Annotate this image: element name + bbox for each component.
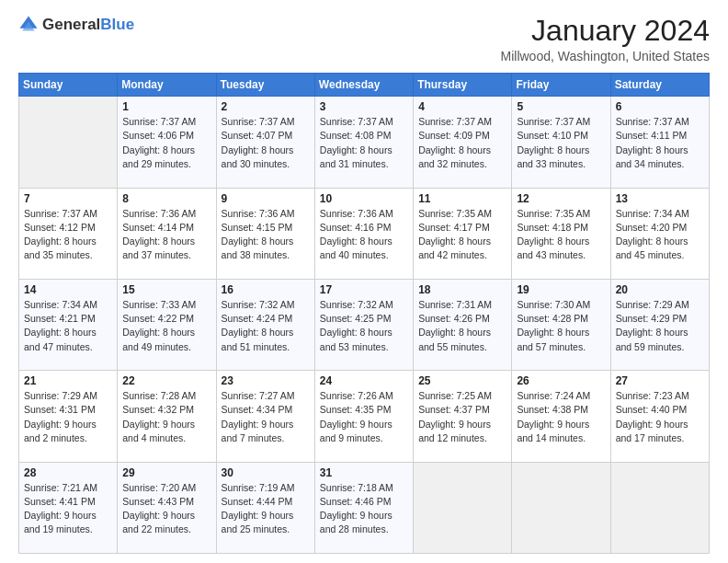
day-number: 8 <box>122 192 210 205</box>
day-number: 27 <box>616 374 704 387</box>
title-section: January 2024 Millwood, Washington, Unite… <box>501 15 710 63</box>
calendar-cell <box>414 462 512 553</box>
day-info: Sunrise: 7:23 AM Sunset: 4:40 PM Dayligh… <box>616 389 704 445</box>
day-info: Sunrise: 7:28 AM Sunset: 4:32 PM Dayligh… <box>122 389 210 445</box>
calendar-cell: 14Sunrise: 7:34 AM Sunset: 4:21 PM Dayli… <box>19 279 118 370</box>
calendar-cell: 6Sunrise: 7:37 AM Sunset: 4:11 PM Daylig… <box>610 97 709 188</box>
day-number: 16 <box>222 283 310 296</box>
calendar-cell: 27Sunrise: 7:23 AM Sunset: 4:40 PM Dayli… <box>610 371 709 462</box>
calendar-cell: 22Sunrise: 7:28 AM Sunset: 4:32 PM Dayli… <box>118 371 216 462</box>
day-number: 29 <box>122 466 210 479</box>
calendar-week-row: 7Sunrise: 7:37 AM Sunset: 4:12 PM Daylig… <box>19 188 710 279</box>
header: GeneralBlue January 2024 Millwood, Washi… <box>18 15 710 63</box>
calendar-cell: 21Sunrise: 7:29 AM Sunset: 4:31 PM Dayli… <box>19 371 118 462</box>
day-info: Sunrise: 7:37 AM Sunset: 4:08 PM Dayligh… <box>320 115 408 171</box>
calendar-cell: 29Sunrise: 7:20 AM Sunset: 4:43 PM Dayli… <box>118 462 216 553</box>
calendar-week-row: 1Sunrise: 7:37 AM Sunset: 4:06 PM Daylig… <box>19 97 710 188</box>
logo: GeneralBlue <box>18 15 134 35</box>
calendar-cell: 2Sunrise: 7:37 AM Sunset: 4:07 PM Daylig… <box>216 97 314 188</box>
calendar-table: SundayMondayTuesdayWednesdayThursdayFrid… <box>18 73 710 554</box>
day-number: 28 <box>24 466 112 479</box>
day-info: Sunrise: 7:37 AM Sunset: 4:09 PM Dayligh… <box>418 115 506 171</box>
calendar-header: SundayMondayTuesdayWednesdayThursdayFrid… <box>19 74 710 97</box>
day-number: 21 <box>24 374 112 387</box>
day-number: 11 <box>418 192 506 205</box>
calendar-week-row: 21Sunrise: 7:29 AM Sunset: 4:31 PM Dayli… <box>19 371 710 462</box>
calendar-week-row: 28Sunrise: 7:21 AM Sunset: 4:41 PM Dayli… <box>19 462 710 553</box>
day-info: Sunrise: 7:37 AM Sunset: 4:07 PM Dayligh… <box>222 115 310 171</box>
day-number: 17 <box>320 283 408 296</box>
day-number: 13 <box>616 192 704 205</box>
day-info: Sunrise: 7:32 AM Sunset: 4:24 PM Dayligh… <box>222 298 310 354</box>
day-info: Sunrise: 7:36 AM Sunset: 4:14 PM Dayligh… <box>122 207 210 263</box>
day-info: Sunrise: 7:25 AM Sunset: 4:37 PM Dayligh… <box>418 389 506 445</box>
day-number: 7 <box>24 192 112 205</box>
day-number: 9 <box>222 192 310 205</box>
day-info: Sunrise: 7:37 AM Sunset: 4:06 PM Dayligh… <box>122 115 210 171</box>
location-subtitle: Millwood, Washington, United States <box>501 49 710 63</box>
day-info: Sunrise: 7:37 AM Sunset: 4:11 PM Dayligh… <box>616 115 704 171</box>
logo-icon <box>18 15 39 35</box>
weekday-header-thursday: Thursday <box>414 74 512 97</box>
day-number: 12 <box>517 192 605 205</box>
calendar-cell: 16Sunrise: 7:32 AM Sunset: 4:24 PM Dayli… <box>216 279 314 370</box>
day-number: 23 <box>222 374 310 387</box>
day-info: Sunrise: 7:34 AM Sunset: 4:21 PM Dayligh… <box>24 298 112 354</box>
day-number: 4 <box>418 100 506 113</box>
calendar-cell: 7Sunrise: 7:37 AM Sunset: 4:12 PM Daylig… <box>19 188 118 279</box>
calendar-cell: 26Sunrise: 7:24 AM Sunset: 4:38 PM Dayli… <box>512 371 610 462</box>
day-info: Sunrise: 7:26 AM Sunset: 4:35 PM Dayligh… <box>320 389 408 445</box>
calendar-cell <box>19 97 118 188</box>
logo-text: GeneralBlue <box>42 17 134 34</box>
weekday-header-tuesday: Tuesday <box>216 74 314 97</box>
day-number: 22 <box>122 374 210 387</box>
day-number: 30 <box>222 466 310 479</box>
day-info: Sunrise: 7:29 AM Sunset: 4:29 PM Dayligh… <box>616 298 704 354</box>
weekday-header-monday: Monday <box>118 74 216 97</box>
day-info: Sunrise: 7:32 AM Sunset: 4:25 PM Dayligh… <box>320 298 408 354</box>
calendar-cell: 8Sunrise: 7:36 AM Sunset: 4:14 PM Daylig… <box>118 188 216 279</box>
day-info: Sunrise: 7:35 AM Sunset: 4:18 PM Dayligh… <box>517 207 605 263</box>
day-number: 15 <box>122 283 210 296</box>
day-info: Sunrise: 7:18 AM Sunset: 4:46 PM Dayligh… <box>320 481 408 537</box>
day-info: Sunrise: 7:19 AM Sunset: 4:44 PM Dayligh… <box>222 481 310 537</box>
calendar-cell: 23Sunrise: 7:27 AM Sunset: 4:34 PM Dayli… <box>216 371 314 462</box>
calendar-week-row: 14Sunrise: 7:34 AM Sunset: 4:21 PM Dayli… <box>19 279 710 370</box>
day-info: Sunrise: 7:29 AM Sunset: 4:31 PM Dayligh… <box>24 389 112 445</box>
day-number: 6 <box>616 100 704 113</box>
month-title: January 2024 <box>501 15 710 47</box>
calendar-cell: 30Sunrise: 7:19 AM Sunset: 4:44 PM Dayli… <box>216 462 314 553</box>
day-number: 31 <box>320 466 408 479</box>
weekday-header-saturday: Saturday <box>610 74 709 97</box>
day-number: 19 <box>517 283 605 296</box>
day-number: 14 <box>24 283 112 296</box>
calendar-cell: 25Sunrise: 7:25 AM Sunset: 4:37 PM Dayli… <box>414 371 512 462</box>
day-info: Sunrise: 7:37 AM Sunset: 4:10 PM Dayligh… <box>517 115 605 171</box>
day-info: Sunrise: 7:35 AM Sunset: 4:17 PM Dayligh… <box>418 207 506 263</box>
calendar-cell: 9Sunrise: 7:36 AM Sunset: 4:15 PM Daylig… <box>216 188 314 279</box>
calendar-cell: 24Sunrise: 7:26 AM Sunset: 4:35 PM Dayli… <box>314 371 413 462</box>
calendar-cell: 1Sunrise: 7:37 AM Sunset: 4:06 PM Daylig… <box>118 97 216 188</box>
calendar-cell: 15Sunrise: 7:33 AM Sunset: 4:22 PM Dayli… <box>118 279 216 370</box>
day-info: Sunrise: 7:33 AM Sunset: 4:22 PM Dayligh… <box>122 298 210 354</box>
calendar-cell <box>512 462 610 553</box>
day-info: Sunrise: 7:34 AM Sunset: 4:20 PM Dayligh… <box>616 207 704 263</box>
day-info: Sunrise: 7:27 AM Sunset: 4:34 PM Dayligh… <box>222 389 310 445</box>
logo-blue: Blue <box>100 16 134 33</box>
calendar-cell: 11Sunrise: 7:35 AM Sunset: 4:17 PM Dayli… <box>414 188 512 279</box>
calendar-cell: 10Sunrise: 7:36 AM Sunset: 4:16 PM Dayli… <box>314 188 413 279</box>
day-info: Sunrise: 7:31 AM Sunset: 4:26 PM Dayligh… <box>418 298 506 354</box>
calendar-cell: 12Sunrise: 7:35 AM Sunset: 4:18 PM Dayli… <box>512 188 610 279</box>
logo-general: General <box>42 16 100 33</box>
calendar-cell: 19Sunrise: 7:30 AM Sunset: 4:28 PM Dayli… <box>512 279 610 370</box>
calendar-cell: 13Sunrise: 7:34 AM Sunset: 4:20 PM Dayli… <box>610 188 709 279</box>
day-info: Sunrise: 7:21 AM Sunset: 4:41 PM Dayligh… <box>24 481 112 537</box>
page: GeneralBlue January 2024 Millwood, Washi… <box>0 0 728 563</box>
calendar-cell: 20Sunrise: 7:29 AM Sunset: 4:29 PM Dayli… <box>610 279 709 370</box>
day-number: 24 <box>320 374 408 387</box>
day-number: 25 <box>418 374 506 387</box>
weekday-header-wednesday: Wednesday <box>314 74 413 97</box>
calendar-body: 1Sunrise: 7:37 AM Sunset: 4:06 PM Daylig… <box>19 97 710 554</box>
day-info: Sunrise: 7:36 AM Sunset: 4:15 PM Dayligh… <box>222 207 310 263</box>
day-info: Sunrise: 7:24 AM Sunset: 4:38 PM Dayligh… <box>517 389 605 445</box>
